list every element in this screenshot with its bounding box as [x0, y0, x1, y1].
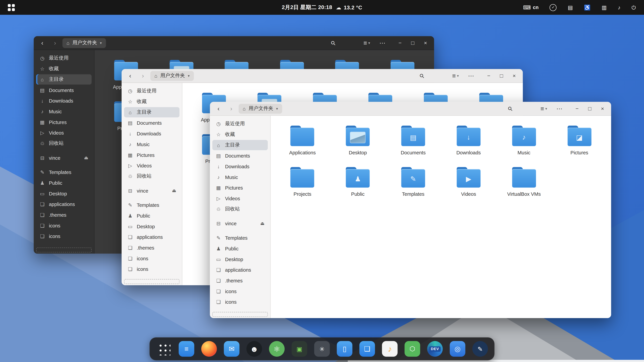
- sidebar-item-templates[interactable]: ✎ Templates: [124, 200, 180, 210]
- clipboard-icon[interactable]: ▤: [565, 4, 576, 10]
- sidebar-item-recent[interactable]: ◷ 最近使用: [212, 119, 268, 129]
- sidebar-item-drive-vince[interactable]: ⊟ vince ⏏: [212, 218, 268, 229]
- sidebar-item-applications[interactable]: ❏ applications: [36, 199, 92, 209]
- folder-desktop[interactable]: Desktop: [330, 125, 386, 156]
- sidebar-item-public[interactable]: ♟ Public: [212, 243, 268, 254]
- clock[interactable]: 2月2日 星期二 20:18: [282, 4, 332, 11]
- sidebar-item-home[interactable]: ⌂ 主目录: [36, 74, 92, 84]
- folder-virtualbox[interactable]: VirtualBox VMs: [496, 167, 552, 197]
- sidebar-item-documents[interactable]: ▤ Documents: [36, 85, 92, 95]
- view-toggle-button[interactable]: ≡ ▾: [447, 70, 464, 81]
- sidebar-item-public[interactable]: ♟ Public: [36, 178, 92, 188]
- show-apps-button[interactable]: [156, 341, 172, 357]
- keyboard-layout-indicator[interactable]: ⌨ cn: [520, 4, 541, 10]
- sidebar-item-icons-1[interactable]: ❏ icons: [36, 220, 92, 231]
- search-button[interactable]: ⚲: [505, 103, 516, 114]
- sidebar-item-starred[interactable]: ☆ 收藏: [124, 96, 180, 107]
- path-button[interactable]: ⌂ 用户文件夹 ▾: [62, 38, 106, 48]
- sidebar-item-desktop[interactable]: ▭ Desktop: [212, 254, 268, 264]
- sidebar-item-drive-vince[interactable]: ⊟ vince ⏏: [36, 153, 92, 163]
- sidebar-item-themes[interactable]: ❏ .themes: [36, 210, 92, 220]
- sidebar-item-documents[interactable]: ▤ Documents: [124, 118, 180, 128]
- sidebar-item-documents[interactable]: ▤ Documents: [212, 151, 268, 161]
- forward-button[interactable]: ›: [50, 37, 60, 48]
- back-button[interactable]: ‹: [37, 37, 48, 48]
- forward-button[interactable]: ›: [226, 103, 237, 114]
- phone-app[interactable]: ▯: [337, 341, 352, 357]
- sidebar-item-starred[interactable]: ☆ 收藏: [36, 64, 92, 74]
- sidebar-item-trash[interactable]: ♲ 回收站: [124, 171, 180, 181]
- folder-pictures[interactable]: ◪ Pictures: [552, 125, 607, 156]
- atom-app[interactable]: ⚛: [269, 341, 284, 357]
- sidebar-item-applications[interactable]: ❏ applications: [124, 232, 180, 242]
- path-button[interactable]: ⌂ 用户文件夹 ▾: [239, 104, 282, 113]
- sidebar-item-downloads[interactable]: ↓ Downloads: [124, 129, 180, 139]
- accessibility-icon[interactable]: ♿: [582, 4, 593, 10]
- sidebar-item-recent[interactable]: ◷ 最近使用: [124, 86, 180, 96]
- sidebar-item-themes[interactable]: ❏ .themes: [212, 275, 268, 286]
- back-button[interactable]: ‹: [213, 103, 224, 114]
- clock-weather[interactable]: 2月2日 星期二 20:18 ☁ 13.2 °C: [282, 4, 362, 11]
- search-button[interactable]: ⚲: [328, 37, 338, 48]
- sidebar-item-desktop[interactable]: ▭ Desktop: [36, 188, 92, 199]
- sidebar-item-music[interactable]: ♪ Music: [124, 139, 180, 149]
- menu-button[interactable]: ⋯: [554, 103, 565, 114]
- eject-icon[interactable]: ⏏: [260, 221, 264, 226]
- firefox-app[interactable]: [201, 341, 217, 357]
- sidebar-item-downloads[interactable]: ↓ Downloads: [36, 96, 92, 106]
- search-button[interactable]: ⚲: [416, 70, 427, 81]
- files-app[interactable]: ≡: [178, 341, 194, 357]
- sidebar-item-icons-2[interactable]: ❏ icons: [212, 297, 268, 307]
- minimize-button[interactable]: −: [394, 37, 405, 48]
- pen-app[interactable]: ✎: [472, 341, 488, 357]
- github-app[interactable]: ☻: [246, 341, 262, 357]
- folder-music[interactable]: ♪ Music: [496, 125, 552, 156]
- mail-app[interactable]: ✉: [224, 341, 240, 357]
- sidebar-item-trash[interactable]: ♲ 回收站: [36, 138, 92, 148]
- folder-applications[interactable]: Applications: [275, 125, 330, 156]
- sidebar-item-templates[interactable]: ✎ Templates: [212, 233, 268, 243]
- sidebar-item-downloads[interactable]: ↓ Downloads: [212, 161, 268, 171]
- edge-dev-app[interactable]: DEV: [427, 341, 443, 357]
- health-check-icon[interactable]: ✓: [547, 3, 559, 11]
- minimize-button[interactable]: −: [572, 103, 582, 114]
- maximize-button[interactable]: □: [584, 103, 595, 114]
- power-icon[interactable]: ⏻: [629, 4, 638, 10]
- sidebar-item-videos[interactable]: ▷ Videos: [124, 161, 180, 171]
- view-toggle-button[interactable]: ≡ ▾: [536, 103, 552, 114]
- folder-public[interactable]: ♟ Public: [330, 167, 386, 197]
- volume-icon[interactable]: ♪: [615, 4, 623, 10]
- menu-button[interactable]: ⋯: [466, 70, 476, 81]
- music-app[interactable]: ♪: [382, 341, 398, 357]
- path-button[interactable]: ⌂ 用户文件夹 ▾: [150, 71, 194, 81]
- sidebar-item-music[interactable]: ♪ Music: [36, 106, 92, 116]
- maximize-button[interactable]: □: [407, 37, 418, 48]
- sidebar-item-templates[interactable]: ✎ Templates: [36, 167, 92, 177]
- pixel-game-app[interactable]: ▣: [292, 341, 307, 357]
- sidebar-item-videos[interactable]: ▷ Videos: [212, 193, 268, 203]
- forward-button[interactable]: ›: [138, 70, 148, 81]
- sidebar-item-icons-2[interactable]: ❏ icons: [36, 231, 92, 241]
- sidebar-item-recent[interactable]: ◷ 最近使用: [36, 53, 92, 63]
- sidebar-item-icons-1[interactable]: ❏ icons: [124, 253, 180, 264]
- back-button[interactable]: ‹: [125, 70, 136, 81]
- folder-documents[interactable]: ▤ Documents: [386, 125, 441, 156]
- close-button[interactable]: ×: [420, 37, 431, 48]
- sidebar-item-home[interactable]: ⌂ 主目录: [124, 107, 180, 117]
- sidebar-item-drive-vince[interactable]: ⊟ vince ⏏: [124, 186, 180, 196]
- sidebar-item-applications[interactable]: ❏ applications: [212, 265, 268, 275]
- paint-app[interactable]: ✳: [314, 341, 330, 357]
- sidebar-item-icons-1[interactable]: ❏ icons: [212, 286, 268, 296]
- maximize-button[interactable]: □: [496, 70, 507, 81]
- remmina-app[interactable]: ◎: [450, 341, 466, 357]
- folder-videos[interactable]: ▶ Videos: [441, 167, 496, 197]
- folder-projects[interactable]: Projects: [275, 167, 330, 197]
- folder-templates[interactable]: ✎ Templates: [386, 167, 441, 197]
- sidebar-item-videos[interactable]: ▷ Videos: [36, 128, 92, 138]
- sidebar-item-home[interactable]: ⌂ 主目录: [212, 140, 268, 150]
- sidebar-item-trash[interactable]: ♲ 回收站: [212, 204, 268, 214]
- sidebar-item-pictures[interactable]: ▦ Pictures: [36, 117, 92, 127]
- sidebar-item-starred[interactable]: ☆ 收藏: [212, 129, 268, 139]
- extensions-app[interactable]: ⬡: [404, 341, 420, 357]
- sidebar-item-public[interactable]: ♟ Public: [124, 211, 180, 221]
